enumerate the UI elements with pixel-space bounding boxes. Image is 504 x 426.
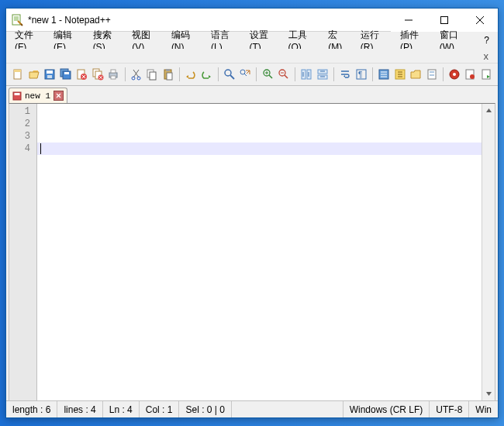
toolbar: ¶	[6, 63, 498, 86]
status-spacer	[232, 401, 343, 417]
doc-map-button[interactable]	[424, 66, 439, 83]
statusbar: length : 6 lines : 4 Ln : 4 Col : 1 Sel …	[6, 400, 498, 417]
copy-button[interactable]	[145, 66, 160, 83]
status-length: length : 6	[6, 401, 57, 417]
sync-vscroll-button[interactable]	[299, 66, 314, 83]
find-button[interactable]	[222, 66, 236, 83]
close-file-button[interactable]	[74, 66, 89, 83]
secondary-close-icon[interactable]: x	[484, 50, 489, 62]
svg-rect-42	[430, 74, 434, 76]
svg-rect-24	[150, 72, 156, 80]
svg-rect-27	[167, 73, 172, 80]
gutter-line: 4	[9, 143, 36, 155]
status-col: Col : 1	[140, 401, 180, 417]
new-file-button[interactable]	[11, 66, 26, 83]
svg-point-44	[453, 73, 456, 76]
svg-rect-9	[47, 75, 52, 78]
undo-button[interactable]	[184, 66, 198, 83]
status-ln: Ln : 4	[103, 401, 140, 417]
play-macro-button[interactable]	[479, 66, 494, 83]
text-editor[interactable]	[37, 104, 495, 400]
status-lines: lines : 4	[57, 401, 102, 417]
editor-line[interactable]	[37, 130, 495, 143]
svg-rect-26	[166, 69, 170, 71]
sync-hscroll-button[interactable]	[316, 66, 330, 83]
indent-guide-button[interactable]	[377, 66, 392, 83]
tab-label: new 1	[25, 91, 50, 101]
svg-text:¶: ¶	[358, 70, 362, 79]
tab-new1[interactable]: new 1	[9, 88, 67, 103]
zoom-in-button[interactable]	[261, 66, 275, 83]
editor-line[interactable]	[37, 105, 495, 118]
svg-rect-49	[15, 93, 20, 95]
gutter-line: 3	[9, 130, 36, 143]
app-icon	[11, 14, 23, 26]
editor-line[interactable]	[37, 118, 495, 130]
tabbar: new 1	[6, 86, 498, 103]
scroll-down-icon[interactable]	[482, 387, 495, 400]
svg-rect-12	[64, 72, 69, 74]
cut-button[interactable]	[129, 66, 143, 83]
svg-rect-8	[47, 70, 53, 74]
editor-line[interactable]	[37, 143, 495, 155]
svg-rect-20	[111, 76, 116, 79]
status-sel: Sel : 0 | 0	[179, 401, 231, 417]
record-macro-button[interactable]	[463, 66, 478, 83]
close-all-button[interactable]	[91, 66, 105, 83]
editor-area: 1234	[9, 103, 495, 400]
gutter-line: 1	[9, 105, 36, 118]
svg-rect-6	[14, 70, 21, 72]
tab-unsaved-icon	[12, 91, 22, 101]
paste-button[interactable]	[161, 66, 175, 83]
function-list-button[interactable]	[392, 66, 407, 83]
window-title: *new 1 - Notepad++	[28, 15, 391, 26]
monitor-file-button[interactable]	[447, 66, 462, 83]
word-wrap-button[interactable]	[338, 66, 353, 83]
print-button[interactable]	[106, 66, 121, 83]
show-whitespace-button[interactable]: ¶	[354, 66, 368, 83]
scroll-track[interactable]	[482, 117, 495, 387]
status-encoding: UTF-8	[430, 401, 469, 417]
svg-rect-47	[482, 70, 490, 79]
tab-close-button[interactable]	[54, 91, 64, 101]
status-eol: Windows (CR LF)	[343, 401, 430, 417]
zoom-out-button[interactable]	[277, 66, 292, 83]
svg-rect-2	[441, 17, 448, 24]
gutter-line: 2	[9, 118, 36, 130]
scroll-up-icon[interactable]	[482, 104, 495, 117]
folder-panel-button[interactable]	[409, 66, 423, 83]
app-window: *new 1 - Notepad++ 文件(F)编辑(E)搜索(S)视图(V)编…	[5, 8, 499, 418]
save-all-button[interactable]	[59, 66, 74, 83]
menubar: 文件(F)编辑(E)搜索(S)视图(V)编码(N)语言(L)设置(T)工具(O)…	[6, 32, 498, 49]
status-ins: Win	[469, 401, 498, 417]
line-number-gutter: 1234	[9, 104, 37, 400]
save-button[interactable]	[43, 66, 57, 83]
open-file-button[interactable]	[27, 66, 42, 83]
menu-help[interactable]: ?	[478, 33, 495, 47]
redo-button[interactable]	[199, 66, 214, 83]
vertical-scrollbar[interactable]	[482, 104, 495, 400]
svg-point-28	[225, 70, 231, 76]
secondary-close-row: x	[6, 49, 498, 63]
svg-point-46	[470, 74, 475, 79]
replace-button[interactable]	[238, 66, 253, 83]
svg-rect-19	[111, 70, 116, 73]
svg-rect-41	[430, 71, 434, 73]
